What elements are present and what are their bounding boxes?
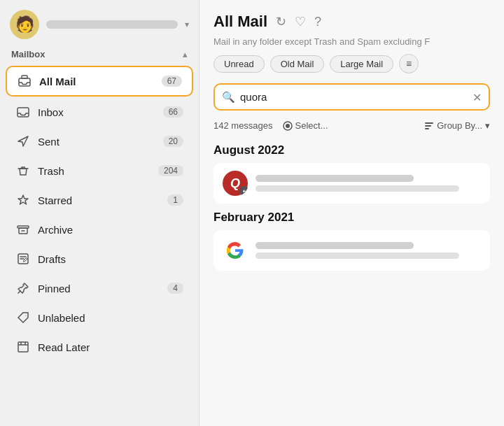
mailbox-label-row: Mailbox ▴: [0, 46, 199, 65]
heart-icon[interactable]: ♡: [295, 14, 306, 29]
read-later-label: Read Later: [38, 341, 183, 353]
avatar: 🧑: [10, 10, 39, 39]
sidebar-item-read-later[interactable]: Read Later: [6, 333, 193, 361]
account-header[interactable]: 🧑 ▾: [0, 0, 199, 46]
filter-options-icon[interactable]: ≡: [399, 54, 419, 73]
filter-old-mail[interactable]: Old Mail: [270, 55, 325, 73]
all-mail-icon: [17, 73, 32, 89]
search-container: 🔍 ✕: [214, 83, 490, 111]
reply-icon: ↩: [239, 186, 248, 196]
trash-icon: [15, 163, 31, 178]
results-bar: 142 messages Select... Group By... ▾: [200, 118, 504, 136]
all-mail-badge: 67: [162, 76, 182, 87]
select-button[interactable]: Select...: [283, 120, 328, 131]
subject-bar: [255, 253, 459, 259]
mail-content: [255, 175, 482, 192]
groupby-label: Group By...: [437, 120, 482, 131]
sender-bar: [255, 175, 414, 182]
archive-icon: [15, 222, 31, 237]
chevron-down-icon[interactable]: ▾: [185, 20, 189, 29]
svg-rect-10: [425, 125, 431, 127]
sender-bar: [255, 242, 414, 249]
results-count: 142 messages: [214, 120, 273, 131]
sidebar-item-starred[interactable]: Starred 1: [6, 186, 193, 214]
svg-point-8: [286, 124, 290, 128]
star-icon: [15, 192, 31, 208]
section-february-2021: February 2021: [214, 211, 490, 225]
starred-label: Starred: [38, 194, 167, 206]
sidebar-item-all-mail[interactable]: All Mail 67: [6, 66, 193, 97]
section-august-2022: August 2022: [214, 143, 490, 157]
trash-badge: 204: [158, 165, 183, 176]
pinned-label: Pinned: [38, 283, 167, 294]
mail-content: [255, 242, 482, 259]
all-mail-label: All Mail: [39, 76, 162, 87]
sidebar-item-archive[interactable]: Archive: [6, 215, 193, 243]
sidebar-item-drafts[interactable]: Drafts: [6, 245, 193, 273]
sidebar-item-unlabeled[interactable]: Unlabeled: [6, 304, 193, 332]
unlabeled-icon: [15, 310, 31, 325]
drafts-label: Drafts: [38, 253, 183, 265]
sent-badge: 20: [163, 136, 183, 147]
unlabeled-label: Unlabeled: [38, 312, 183, 324]
google-avatar: [222, 237, 248, 264]
inbox-badge: 66: [163, 106, 183, 118]
account-name-bar: [46, 20, 178, 29]
groupby-button[interactable]: Group By... ▾: [424, 120, 490, 131]
inbox-icon: [15, 104, 31, 120]
refresh-icon[interactable]: ↻: [276, 14, 286, 29]
starred-badge: 1: [167, 194, 183, 206]
main-subtitle: Mail in any folder except Trash and Spam…: [200, 36, 504, 54]
sidebar-item-trash[interactable]: Trash 204: [6, 157, 193, 185]
trash-label: Trash: [38, 165, 158, 177]
list-item[interactable]: [214, 230, 490, 271]
filter-tabs: Unread Old Mail Large Mail ≡: [200, 54, 504, 80]
search-clear-icon[interactable]: ✕: [472, 90, 482, 104]
sidebar-item-sent[interactable]: Sent 20: [6, 127, 193, 155]
svg-rect-6: [18, 342, 28, 352]
groupby-chevron-icon: ▾: [485, 120, 490, 131]
sidebar-item-pinned[interactable]: Pinned 4: [6, 274, 193, 302]
sent-label: Sent: [38, 136, 163, 148]
read-later-icon: [15, 339, 31, 355]
svg-rect-9: [425, 122, 433, 124]
subject-bar: [255, 185, 459, 192]
filter-unread[interactable]: Unread: [214, 55, 265, 73]
mailbox-label: Mailbox: [11, 49, 45, 59]
quora-icon: Q ↩: [223, 171, 248, 196]
collapse-icon[interactable]: ▴: [183, 49, 188, 59]
search-icon: 🔍: [222, 91, 235, 104]
quora-avatar: Q ↩: [222, 170, 248, 197]
page-title: All Mail: [214, 13, 267, 31]
search-input[interactable]: [214, 83, 490, 111]
svg-rect-1: [22, 76, 27, 78]
sidebar: 🧑 ▾ Mailbox ▴ All Mail 67 Inbox 66: [0, 0, 200, 426]
help-icon[interactable]: ?: [314, 15, 321, 29]
pinned-badge: 4: [167, 283, 183, 294]
select-label: Select...: [295, 120, 328, 131]
sidebar-item-inbox[interactable]: Inbox 66: [6, 98, 193, 126]
sent-icon: [15, 134, 31, 149]
svg-rect-11: [425, 128, 429, 129]
pin-icon: [15, 281, 31, 296]
filter-large-mail[interactable]: Large Mail: [330, 55, 393, 73]
archive-label: Archive: [38, 224, 183, 236]
main-content: All Mail ↻ ♡ ? Mail in any folder except…: [200, 0, 504, 426]
main-header: All Mail ↻ ♡ ?: [200, 0, 504, 36]
list-item[interactable]: Q ↩: [214, 163, 490, 204]
mail-list: August 2022 Q ↩ February 2021: [200, 136, 504, 426]
drafts-icon: [15, 251, 31, 267]
inbox-label: Inbox: [38, 106, 163, 118]
